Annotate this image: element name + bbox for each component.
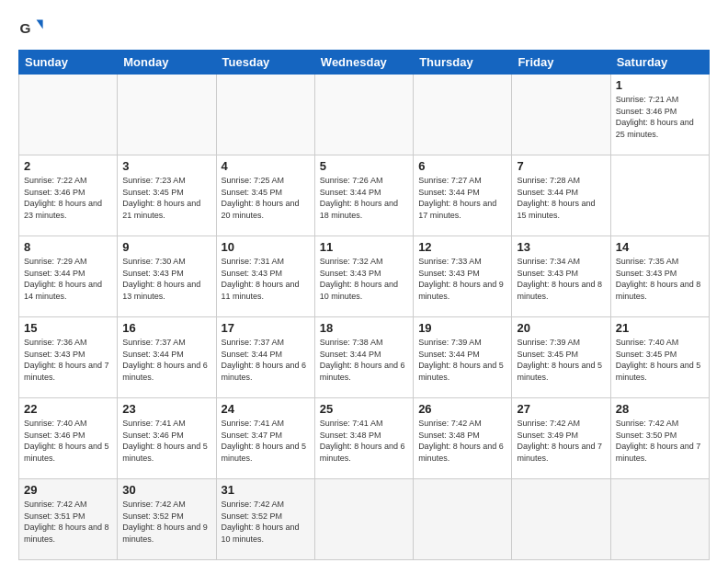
calendar-cell: 29 Sunrise: 7:42 AM Sunset: 3:51 PM Dayl… <box>19 479 118 560</box>
day-number: 27 <box>517 402 605 416</box>
calendar-header-row: SundayMondayTuesdayWednesdayThursdayFrid… <box>19 51 710 75</box>
day-info: Sunrise: 7:41 AM Sunset: 3:46 PM Dayligh… <box>122 418 210 464</box>
calendar-cell <box>512 75 610 155</box>
day-info: Sunrise: 7:42 AM Sunset: 3:52 PM Dayligh… <box>222 499 310 545</box>
day-info: Sunrise: 7:37 AM Sunset: 3:44 PM Dayligh… <box>222 337 310 383</box>
calendar-cell: 28 Sunrise: 7:42 AM Sunset: 3:50 PM Dayl… <box>610 398 709 479</box>
day-number: 8 <box>24 240 112 254</box>
day-number: 13 <box>517 240 605 254</box>
calendar-cell <box>414 479 512 560</box>
page: G SundayMondayTuesdayWednesdayThursdayFr… <box>0 0 728 563</box>
day-number: 17 <box>222 321 310 335</box>
day-info: Sunrise: 7:32 AM Sunset: 3:43 PM Dayligh… <box>320 256 408 302</box>
calendar-cell <box>118 75 216 155</box>
svg-marker-1 <box>37 20 43 29</box>
calendar-cell: 19 Sunrise: 7:39 AM Sunset: 3:44 PM Dayl… <box>414 317 512 398</box>
calendar-cell: 17 Sunrise: 7:37 AM Sunset: 3:44 PM Dayl… <box>216 317 314 398</box>
calendar-cell <box>19 75 118 155</box>
calendar-cell: 9 Sunrise: 7:30 AM Sunset: 3:43 PM Dayli… <box>118 236 216 317</box>
calendar-cell: 10 Sunrise: 7:31 AM Sunset: 3:43 PM Dayl… <box>216 236 314 317</box>
day-info: Sunrise: 7:42 AM Sunset: 3:48 PM Dayligh… <box>418 418 506 464</box>
header: G <box>18 15 710 40</box>
calendar-cell: 23 Sunrise: 7:41 AM Sunset: 3:46 PM Dayl… <box>118 398 216 479</box>
day-number: 19 <box>418 321 506 335</box>
calendar-week-2: 8 Sunrise: 7:29 AM Sunset: 3:44 PM Dayli… <box>19 236 710 317</box>
calendar-cell: 25 Sunrise: 7:41 AM Sunset: 3:48 PM Dayl… <box>314 398 413 479</box>
calendar-week-5: 29 Sunrise: 7:42 AM Sunset: 3:51 PM Dayl… <box>19 479 710 560</box>
day-number: 1 <box>616 78 704 92</box>
day-number: 26 <box>418 402 506 416</box>
day-number: 21 <box>616 321 704 335</box>
calendar-cell: 22 Sunrise: 7:40 AM Sunset: 3:46 PM Dayl… <box>19 398 118 479</box>
day-number: 5 <box>320 159 408 173</box>
day-info: Sunrise: 7:37 AM Sunset: 3:44 PM Dayligh… <box>122 337 210 383</box>
day-info: Sunrise: 7:34 AM Sunset: 3:43 PM Dayligh… <box>517 256 605 302</box>
calendar-cell: 6 Sunrise: 7:27 AM Sunset: 3:44 PM Dayli… <box>414 155 512 236</box>
day-number: 24 <box>222 402 310 416</box>
day-header-thursday: Thursday <box>414 51 512 75</box>
day-number: 11 <box>320 240 408 254</box>
calendar-cell: 26 Sunrise: 7:42 AM Sunset: 3:48 PM Dayl… <box>414 398 512 479</box>
calendar: SundayMondayTuesdayWednesdayThursdayFrid… <box>18 50 710 560</box>
calendar-week-4: 22 Sunrise: 7:40 AM Sunset: 3:46 PM Dayl… <box>19 398 710 479</box>
calendar-cell: 2 Sunrise: 7:22 AM Sunset: 3:46 PM Dayli… <box>19 155 118 236</box>
day-info: Sunrise: 7:23 AM Sunset: 3:45 PM Dayligh… <box>122 175 210 221</box>
calendar-cell: 11 Sunrise: 7:32 AM Sunset: 3:43 PM Dayl… <box>314 236 413 317</box>
day-number: 20 <box>517 321 605 335</box>
logo: G <box>18 15 46 40</box>
day-number: 3 <box>122 159 210 173</box>
calendar-cell: 8 Sunrise: 7:29 AM Sunset: 3:44 PM Dayli… <box>19 236 118 317</box>
calendar-cell: 14 Sunrise: 7:35 AM Sunset: 3:43 PM Dayl… <box>610 236 709 317</box>
day-number: 30 <box>122 483 210 497</box>
calendar-cell: 24 Sunrise: 7:41 AM Sunset: 3:47 PM Dayl… <box>216 398 314 479</box>
day-number: 2 <box>24 159 112 173</box>
day-number: 16 <box>122 321 210 335</box>
calendar-cell: 16 Sunrise: 7:37 AM Sunset: 3:44 PM Dayl… <box>118 317 216 398</box>
calendar-cell <box>610 479 709 560</box>
calendar-cell: 12 Sunrise: 7:33 AM Sunset: 3:43 PM Dayl… <box>414 236 512 317</box>
calendar-cell: 30 Sunrise: 7:42 AM Sunset: 3:52 PM Dayl… <box>118 479 216 560</box>
day-info: Sunrise: 7:26 AM Sunset: 3:44 PM Dayligh… <box>320 175 408 221</box>
calendar-cell <box>414 75 512 155</box>
calendar-cell: 1 Sunrise: 7:21 AM Sunset: 3:46 PM Dayli… <box>610 75 709 155</box>
calendar-cell <box>216 75 314 155</box>
day-info: Sunrise: 7:38 AM Sunset: 3:44 PM Dayligh… <box>320 337 408 383</box>
calendar-cell: 15 Sunrise: 7:36 AM Sunset: 3:43 PM Dayl… <box>19 317 118 398</box>
calendar-cell: 31 Sunrise: 7:42 AM Sunset: 3:52 PM Dayl… <box>216 479 314 560</box>
svg-text:G: G <box>19 20 30 36</box>
day-number: 15 <box>24 321 112 335</box>
day-number: 25 <box>320 402 408 416</box>
day-header-friday: Friday <box>512 51 610 75</box>
day-info: Sunrise: 7:39 AM Sunset: 3:45 PM Dayligh… <box>517 337 605 383</box>
day-number: 4 <box>222 159 310 173</box>
calendar-cell <box>314 75 413 155</box>
calendar-cell: 4 Sunrise: 7:25 AM Sunset: 3:45 PM Dayli… <box>216 155 314 236</box>
calendar-week-3: 15 Sunrise: 7:36 AM Sunset: 3:43 PM Dayl… <box>19 317 710 398</box>
day-info: Sunrise: 7:31 AM Sunset: 3:43 PM Dayligh… <box>222 256 310 302</box>
logo-area: G <box>18 15 46 40</box>
day-number: 9 <box>122 240 210 254</box>
day-number: 22 <box>24 402 112 416</box>
day-info: Sunrise: 7:40 AM Sunset: 3:45 PM Dayligh… <box>616 337 704 383</box>
day-number: 10 <box>222 240 310 254</box>
day-number: 31 <box>222 483 310 497</box>
calendar-cell: 20 Sunrise: 7:39 AM Sunset: 3:45 PM Dayl… <box>512 317 610 398</box>
calendar-cell: 13 Sunrise: 7:34 AM Sunset: 3:43 PM Dayl… <box>512 236 610 317</box>
day-header-sunday: Sunday <box>19 51 118 75</box>
day-number: 18 <box>320 321 408 335</box>
day-info: Sunrise: 7:42 AM Sunset: 3:49 PM Dayligh… <box>517 418 605 464</box>
calendar-cell: 3 Sunrise: 7:23 AM Sunset: 3:45 PM Dayli… <box>118 155 216 236</box>
day-header-wednesday: Wednesday <box>314 51 413 75</box>
calendar-cell: 18 Sunrise: 7:38 AM Sunset: 3:44 PM Dayl… <box>314 317 413 398</box>
day-info: Sunrise: 7:27 AM Sunset: 3:44 PM Dayligh… <box>418 175 506 221</box>
day-info: Sunrise: 7:42 AM Sunset: 3:52 PM Dayligh… <box>122 499 210 545</box>
day-header-saturday: Saturday <box>610 51 709 75</box>
calendar-week-1: 2 Sunrise: 7:22 AM Sunset: 3:46 PM Dayli… <box>19 155 710 236</box>
day-info: Sunrise: 7:25 AM Sunset: 3:45 PM Dayligh… <box>222 175 310 221</box>
day-info: Sunrise: 7:40 AM Sunset: 3:46 PM Dayligh… <box>24 418 112 464</box>
day-info: Sunrise: 7:29 AM Sunset: 3:44 PM Dayligh… <box>24 256 112 302</box>
day-info: Sunrise: 7:39 AM Sunset: 3:44 PM Dayligh… <box>418 337 506 383</box>
calendar-cell <box>512 479 610 560</box>
calendar-cell: 21 Sunrise: 7:40 AM Sunset: 3:45 PM Dayl… <box>610 317 709 398</box>
day-number: 12 <box>418 240 506 254</box>
